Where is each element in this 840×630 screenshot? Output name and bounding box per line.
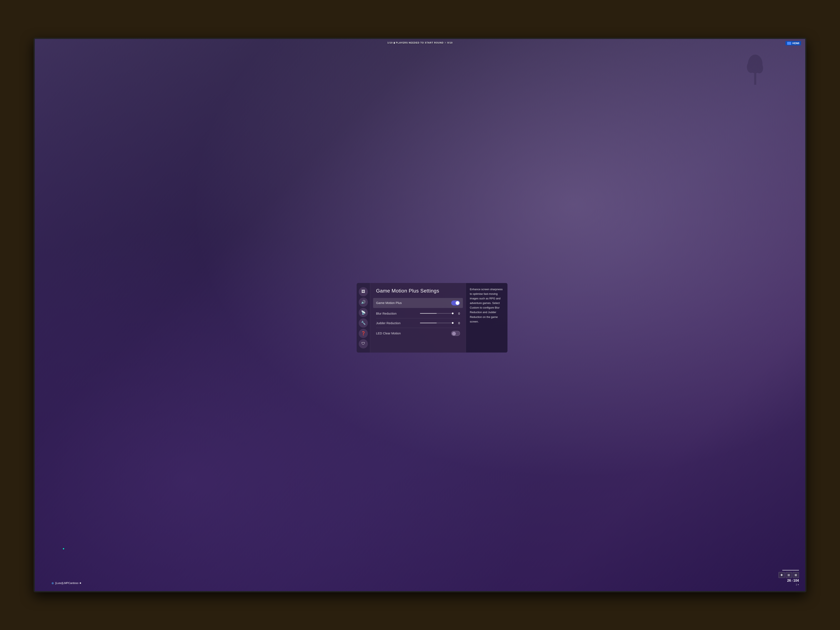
svg-point-3: [756, 63, 763, 73]
led-clear-motion-toggle[interactable]: [451, 331, 460, 336]
ammo-current: 26: [787, 579, 791, 583]
blur-reduction-value: 0: [456, 312, 460, 315]
game-motion-plus-toggle[interactable]: [451, 300, 460, 305]
weapon-bar: [782, 570, 799, 570]
ammo-reserve: 1: [796, 583, 797, 586]
grenade-icon: ⊠: [793, 572, 799, 578]
led-clear-motion-label: LED Clear Motion: [376, 332, 403, 335]
sidebar-item-picture[interactable]: 🖼: [359, 287, 368, 296]
judder-reduction-slider[interactable]: [420, 323, 453, 323]
hud-icons-row: ✚ ⊞ ⊠: [778, 572, 799, 578]
player-name: [Luso]LMPCardoso ★: [55, 581, 82, 584]
panel-title: Game Motion Plus Settings: [376, 288, 460, 294]
ammo-total: 104: [793, 579, 799, 583]
description-panel: Enhance screen sharpness to optimise fas…: [466, 283, 507, 352]
setting-row-judder-reduction: Judder Reduction 0: [376, 318, 460, 328]
sidebar-item-help[interactable]: ❓: [359, 329, 368, 338]
blur-reduction-slider[interactable]: [420, 313, 453, 314]
bottom-right-hud: ✚ ⊞ ⊠ 26 / 104 1 ●: [778, 570, 799, 586]
screen: 1/10 ▮ PLAYERS NEEDED TO START ROUND ⁙ 0…: [35, 39, 805, 591]
hud-top: 1/10 ▮ PLAYERS NEEDED TO START ROUND ⁙ 0…: [35, 41, 805, 44]
setting-row-led-clear-motion: LED Clear Motion: [376, 328, 460, 339]
cyan-dot-indicator: [63, 548, 64, 549]
setting-row-blur-reduction: Blur Reduction 0: [376, 309, 460, 318]
setting-row-game-motion-plus[interactable]: Game Motion Plus: [373, 298, 463, 308]
svg-point-2: [747, 61, 755, 73]
description-text: Enhance screen sharpness to optimise fas…: [470, 287, 504, 324]
sidebar-item-broadcast[interactable]: 📡: [359, 308, 368, 317]
settings-overlay: 🖼 🔊 📡 🔧 ❓ 🛡 Game Motion Plus Settings Ga…: [357, 283, 507, 352]
sidebar-item-sound[interactable]: 🔊: [359, 297, 368, 307]
sidebar: 🖼 🔊 📡 🔧 ❓ 🛡: [357, 283, 370, 352]
player-info: ⊕ [Luso]LMPCardoso ★: [52, 581, 82, 585]
sidebar-item-support[interactable]: 🔧: [359, 318, 368, 327]
svg-rect-1: [754, 72, 756, 85]
blur-reduction-label: Blur Reduction: [376, 312, 403, 315]
ammo-separator: /: [792, 579, 793, 582]
judder-reduction-value: 0: [456, 321, 460, 325]
sidebar-item-privacy[interactable]: 🛡: [359, 339, 368, 348]
bullet-icon: ●: [798, 583, 799, 586]
ammo-icon: ⊞: [786, 572, 792, 578]
game-motion-plus-label: Game Motion Plus: [376, 301, 402, 305]
player-plus-icon: ⊕: [52, 581, 54, 585]
tv-frame: 1/10 ▮ PLAYERS NEEDED TO START ROUND ⁙ 0…: [33, 38, 806, 592]
players-needed-text: 1/10 ▮ PLAYERS NEEDED TO START ROUND ⁙ 0…: [387, 41, 453, 44]
main-panel: Game Motion Plus Settings Game Motion Pl…: [370, 283, 466, 352]
tree-silhouette: [743, 52, 768, 85]
judder-reduction-label: Judder Reduction: [376, 321, 403, 325]
health-icon: ✚: [778, 572, 785, 578]
